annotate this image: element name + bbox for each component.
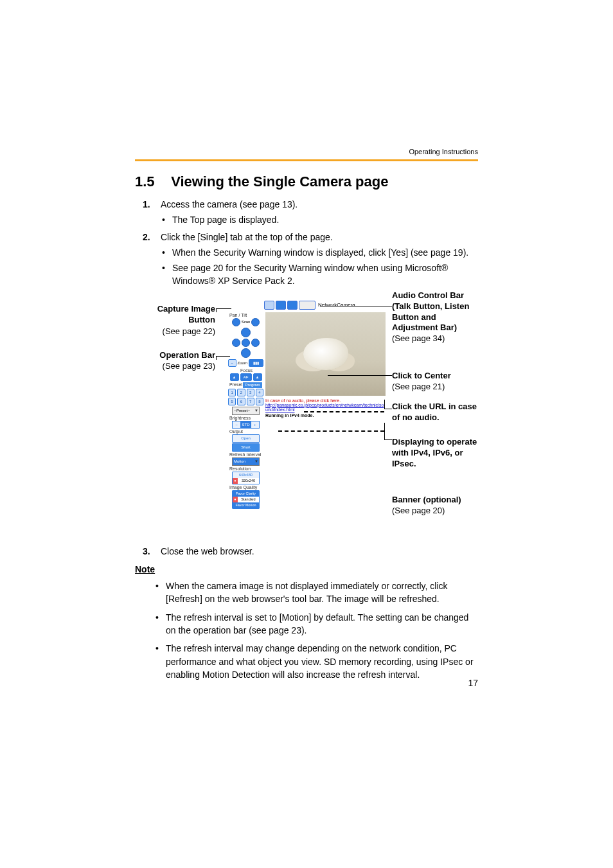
step-number: 3. (143, 545, 150, 558)
focus-far-button[interactable]: ▲ (253, 373, 262, 381)
camera-image (303, 338, 348, 370)
callout-capture-image: Capture Image Button (See page 22) (129, 303, 215, 337)
brightness-plus[interactable]: + (251, 421, 260, 429)
callout-audio-control: Audio Control Bar (Talk Button, Listen B… (392, 290, 479, 344)
zoom-label: Zoom (238, 361, 247, 365)
step-1: 1. Access the camera (see page 13). The … (135, 198, 478, 227)
iq-clarity[interactable]: Favor Clarity (233, 491, 259, 497)
step-text: Click the [Single] tab at the top of the… (161, 232, 333, 242)
pan-right-icon[interactable] (251, 339, 260, 347)
refresh-label: Refresh Interval (229, 452, 263, 457)
ipv4-mode-text: Running in IPv4 mode. (265, 413, 386, 418)
vol-bar-icon[interactable] (299, 301, 315, 310)
section-heading: 1.5 Viewing the Single Camera page (135, 173, 478, 190)
leader-line (320, 306, 392, 306)
leader-line (384, 423, 385, 439)
section-title: Viewing the Single Camera page (171, 173, 388, 190)
callout-ipv4-mode: Displaying to operate with IPv4, IPv6, o… (392, 437, 479, 470)
preset-8-button[interactable]: 8 (256, 398, 263, 405)
res-320[interactable]: ●320x240 (233, 478, 259, 484)
preset-4-button[interactable]: 4 (256, 389, 263, 396)
camera-title: NetworkCamera (318, 302, 355, 308)
section-number: 1.5 (135, 173, 167, 190)
preset-label: Preset (229, 382, 242, 388)
resolution-label: Resolution (229, 466, 263, 471)
image-quality-group: Favor Clarity ●Standard Favor Motion (232, 490, 260, 509)
step-2: 2. Click the [Single] tab at the top of … (135, 231, 478, 288)
preset-6-button[interactable]: 6 (237, 398, 245, 405)
brightness-label: Brightness (229, 416, 263, 420)
step-number: 1. (143, 198, 150, 211)
focus-af-button[interactable]: AF (240, 373, 252, 381)
output-label: Output (229, 429, 263, 434)
resolution-group: 640x480 ●320x240 (232, 472, 260, 484)
step-text: Close the web browser. (161, 546, 254, 556)
no-audio-text: In case of no audio, please click here. (265, 398, 386, 403)
step-text: Access the camera (see page 13). (161, 199, 298, 209)
leader-line (216, 356, 217, 360)
pan-home-icon[interactable] (242, 339, 250, 347)
leader-line (328, 375, 392, 376)
camera-view[interactable] (265, 312, 386, 396)
brightness-std[interactable]: STD (241, 421, 250, 429)
dashed-leader-1 (304, 411, 384, 412)
focus-near-button[interactable]: ▲ (230, 373, 239, 381)
output-short-button[interactable]: Short (232, 443, 260, 452)
leader-line (384, 400, 385, 409)
refresh-dropdown[interactable]: Motion (232, 457, 260, 466)
step-1-sub-1: The Top page is displayed. (161, 213, 478, 226)
callout-click-center: Click to Center (See page 21) (392, 371, 479, 393)
res-640[interactable]: 640x480 (233, 472, 259, 478)
note-3: The refresh interval may change dependin… (154, 642, 478, 681)
talk-icon[interactable] (276, 301, 286, 310)
callout-no-audio-url: Click the URL in case of no audio. (392, 402, 479, 423)
preset-5-button[interactable]: 5 (228, 398, 236, 405)
leader-line (384, 409, 392, 409)
preset-1-button[interactable]: 1 (228, 389, 236, 396)
no-audio-link[interactable]: http://panasonic.co.jp/pcc/products/en/n… (265, 403, 386, 412)
callout-banner: Banner (optional) (See page 20) (392, 495, 479, 517)
header-rule (135, 159, 478, 161)
leader-line (216, 308, 217, 312)
pan-left-icon[interactable] (232, 339, 240, 347)
running-header: Operating Instructions (409, 148, 478, 155)
scan-right-icon[interactable] (251, 318, 260, 326)
step-2-sub-2: See page 20 for the Security Warning win… (161, 261, 478, 288)
dashed-leader-2 (278, 430, 384, 432)
capture-icon[interactable] (264, 301, 274, 310)
step-3: 3. Close the web browser. (135, 545, 478, 558)
preset-dropdown[interactable]: --Preset-- (232, 407, 260, 415)
operation-sidebar: Pan / Tilt Scan −Zoom▮▮▮ Focus ▲AF▲ Pres… (228, 312, 263, 509)
page-number: 17 (468, 678, 478, 688)
scan-left-icon[interactable] (232, 318, 240, 326)
callout-operation-bar: Operation Bar (See page 23) (129, 350, 215, 372)
image-quality-label: Image Quality (229, 485, 263, 490)
pan-down-icon[interactable] (241, 348, 251, 358)
note-heading: Note (135, 564, 478, 574)
iq-motion[interactable]: Favor Motion (233, 502, 259, 508)
listen-icon[interactable] (287, 301, 298, 310)
focus-label: Focus (229, 368, 263, 373)
leader-line (216, 356, 230, 357)
leader-line (384, 439, 392, 440)
preset-7-button[interactable]: 7 (247, 398, 254, 405)
note-1: When the camera image is not displayed i… (154, 580, 478, 606)
leader-line (216, 308, 231, 309)
scan-label: Scan (242, 320, 251, 324)
iq-standard[interactable]: ●Standard (233, 497, 259, 502)
pan-up-icon[interactable] (241, 328, 251, 337)
output-open-button[interactable]: Open (232, 434, 260, 443)
pantilt-label: Pan / Tilt (229, 313, 263, 317)
preset-2-button[interactable]: 2 (237, 389, 245, 396)
zoom-in-button[interactable]: ▮▮▮ (249, 359, 263, 367)
zoom-out-button[interactable]: − (228, 359, 236, 367)
note-2: The refresh interval is set to [Motion] … (154, 611, 478, 637)
brightness-minus[interactable]: − (232, 421, 241, 429)
preset-3-button[interactable]: 3 (247, 389, 254, 396)
program-button[interactable]: Program (243, 382, 262, 388)
figure: Capture Image Button (See page 22) Opera… (135, 297, 478, 535)
step-number: 2. (143, 231, 150, 244)
step-2-sub-1: When the Security Warning window is disp… (161, 246, 478, 259)
camera-screenshot: NetworkCamera Pan / Tilt Scan −Zoom▮▮▮ F… (228, 301, 386, 493)
